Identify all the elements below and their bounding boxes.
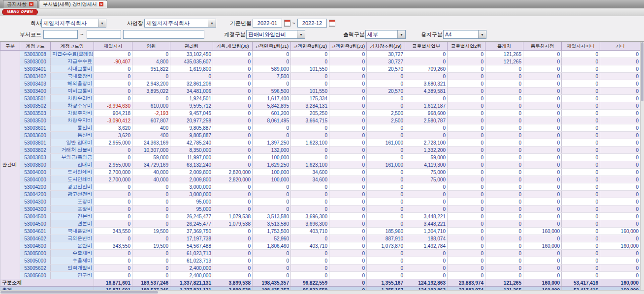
value-cell[interactable]: 101,550 [291,65,329,73]
value-cell[interactable]: 0 [485,272,523,279]
value-cell[interactable]: 0 [600,272,641,279]
value-cell[interactable]: 0 [213,51,253,58]
account-code-cell[interactable]: 53003803 [20,154,51,161]
value-cell[interactable]: 0 [448,65,485,73]
table-row[interactable]: 53005600연구비002,400,00000000000000 [0,272,641,279]
account-name-cell[interactable]: 수출제비 [51,257,94,265]
value-cell[interactable]: 0 [291,198,329,206]
value-cell[interactable]: -90,407 [94,58,132,65]
dept-to-input[interactable] [87,30,121,39]
value-cell[interactable]: 0 [329,250,367,257]
company-select[interactable]: 제일저지주식회사 ▼ [41,19,106,28]
column-header[interactable]: 글로벌사업부 [405,42,448,51]
value-cell[interactable]: 0 [213,191,253,198]
value-cell[interactable]: 0 [367,147,405,154]
value-cell[interactable]: 0 [562,272,600,279]
account-code-cell[interactable]: 53004300 [20,206,51,213]
value-cell[interactable]: 0 [562,95,600,102]
value-cell[interactable]: 0 [562,242,600,250]
value-cell[interactable]: 951,822 [132,65,170,73]
value-cell[interactable]: 0 [600,65,641,73]
value-cell[interactable]: 0 [329,183,367,191]
value-cell[interactable]: 0 [329,132,367,139]
value-cell[interactable]: 75,000 [405,176,448,183]
value-cell[interactable]: 0 [213,206,253,213]
value-cell[interactable]: 0 [253,272,291,279]
value-cell[interactable]: 61,023,713 [170,250,213,257]
value-cell[interactable]: 0 [213,88,253,95]
value-cell[interactable]: 0 [405,272,448,279]
value-cell[interactable]: 0 [600,257,641,265]
value-cell[interactable]: 0 [485,183,523,191]
value-cell[interactable]: 0 [253,191,291,198]
value-cell[interactable]: 40,000 [132,176,170,183]
value-cell[interactable]: 26,245,477 [170,213,213,220]
value-cell[interactable]: 0 [523,257,562,265]
value-cell[interactable]: 0 [600,147,641,154]
account-code-cell[interactable]: 53003501 [20,95,51,102]
value-cell[interactable]: 0 [600,117,641,124]
table-row[interactable]: 53003400여비교통비03,895,02234,481,0060596,50… [0,88,641,95]
value-cell[interactable]: 0 [485,124,523,132]
value-cell[interactable]: 0 [94,235,132,242]
table-row[interactable]: 53004600운반비343,55019,50054,567,48801,806… [0,242,641,250]
value-cell[interactable]: 0 [132,206,170,213]
value-cell[interactable]: 0 [94,191,132,198]
value-cell[interactable]: 0 [170,73,213,80]
value-cell[interactable]: 3,000,000 [170,183,213,191]
value-cell[interactable]: 0 [523,183,562,191]
value-cell[interactable]: 0 [448,169,485,176]
value-cell[interactable]: 3,620 [94,124,132,132]
value-cell[interactable]: 3,513,580 [253,213,291,220]
value-cell[interactable]: 9,457,045 [170,110,213,117]
value-cell[interactable]: 160,000 [523,242,562,250]
value-cell[interactable]: 0 [448,110,485,117]
value-cell[interactable]: 95,000 [170,198,213,206]
value-cell[interactable]: 0 [253,58,291,65]
account-code-cell[interactable]: 53004000 [20,176,51,183]
value-cell[interactable]: 0 [523,139,562,147]
value-cell[interactable]: 610,000 [132,102,170,110]
value-cell[interactable]: 9,805,887 [170,132,213,139]
account-name-cell[interactable]: 국내출장비 [51,73,94,80]
table-row[interactable]: 53003802거래처 선물비010,307,0008,350,0000132,… [0,147,641,154]
value-cell[interactable]: 0 [562,154,600,161]
value-cell[interactable]: 0 [448,183,485,191]
value-cell[interactable]: 0 [94,147,132,154]
value-cell[interactable]: 0 [132,191,170,198]
account-code-cell[interactable]: 53003801 [20,139,51,147]
value-cell[interactable]: 0 [600,265,641,272]
value-cell[interactable]: 37,369,750 [170,228,213,235]
value-cell[interactable]: 0 [329,265,367,272]
value-cell[interactable]: 0 [213,183,253,191]
value-cell[interactable]: 0 [562,228,600,235]
value-cell[interactable]: 0 [291,58,329,65]
value-cell[interactable]: 0 [600,213,641,220]
value-cell[interactable]: 3,696,300 [291,213,329,220]
value-cell[interactable]: 0 [485,80,523,88]
value-cell[interactable]: 0 [367,73,405,80]
value-cell[interactable]: 0 [523,220,562,228]
account-code-cell[interactable]: 53004602 [20,235,51,242]
value-cell[interactable]: 3,696,300 [291,220,329,228]
value-cell[interactable]: 0 [213,147,253,154]
account-name-cell[interactable]: 견본비 [51,213,94,220]
value-cell[interactable]: 0 [291,265,329,272]
value-cell[interactable]: -3,994,630 [94,102,132,110]
period-from-input[interactable] [253,19,282,28]
value-cell[interactable]: 0 [94,183,132,191]
column-header[interactable]: 구분 [0,42,20,51]
value-cell[interactable]: 0 [448,213,485,220]
value-cell[interactable]: 4,389,581 [405,88,448,95]
value-cell[interactable]: 0 [132,198,170,206]
value-cell[interactable]: 0 [523,176,562,183]
value-cell[interactable]: 0 [291,124,329,132]
value-cell[interactable]: 0 [600,124,641,132]
close-icon[interactable]: × [29,2,33,6]
value-cell[interactable]: 1,623,100 [291,139,329,147]
value-cell[interactable]: 0 [523,169,562,176]
value-cell[interactable]: 0 [523,132,562,139]
table-row[interactable]: 53005000수출제비0061,023,71300000000000 [0,257,641,265]
table-row[interactable]: 53005602인력개발비002,400,00000000000000 [0,265,641,272]
value-cell[interactable]: 4,800 [132,58,170,65]
